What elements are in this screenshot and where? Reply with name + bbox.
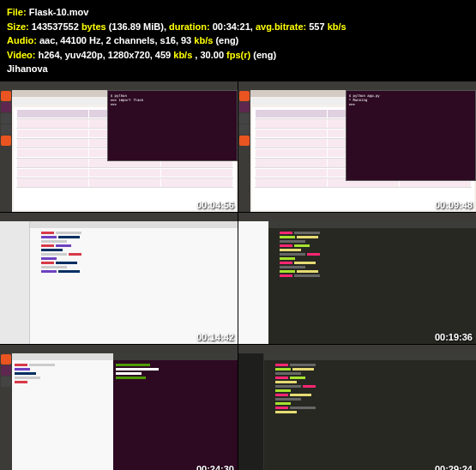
terminal-overlay: $ python app.py * Running>>> xyxy=(346,90,476,182)
thumbnail-grid: $ python>>> import flask>>> 00:04:56 xyxy=(0,81,476,471)
size-label: Size: xyxy=(7,21,29,32)
unity-launcher xyxy=(238,90,250,213)
editor-tabs xyxy=(30,221,238,228)
thumbnail-4: 00:19:36 xyxy=(238,213,476,344)
launcher-icon xyxy=(239,124,250,135)
bytes-text: bytes xyxy=(81,21,106,32)
launcher-icon xyxy=(1,124,11,135)
sublime-editor-dark xyxy=(264,353,476,470)
terminal-tabs xyxy=(113,353,238,360)
video-label: Video: xyxy=(7,50,35,60)
window-titlebar xyxy=(0,213,238,221)
size-bytes: 143537552 xyxy=(32,21,79,32)
video-unit: kb/s xyxy=(173,50,192,60)
terminal-right xyxy=(113,353,238,470)
audio-value: aac, 44100 Hz, 2 channels, s16, 93 xyxy=(39,35,191,45)
terminal-output xyxy=(113,360,238,470)
launcher-icon xyxy=(1,113,11,124)
timestamp-label: 00:29:24 xyxy=(435,464,473,471)
timestamp-label: 00:04:56 xyxy=(196,200,234,210)
launcher-icon xyxy=(239,102,250,112)
editor-tabs xyxy=(264,353,476,360)
audio-end: (eng) xyxy=(215,35,238,45)
video-fps: , 30.00 xyxy=(195,50,224,60)
editor-tabs xyxy=(268,221,476,228)
timestamp-label: 00:14:42 xyxy=(196,332,234,342)
editor-sidebar xyxy=(238,353,264,470)
file-value: Flask-10.mov xyxy=(29,7,89,17)
duration-value: 00:34:21, xyxy=(213,21,253,32)
thumbnail-5: 00:24:30 xyxy=(0,345,238,470)
video-value: h264, yuv420p, 1280x720, 459 xyxy=(38,50,171,60)
thumbnail-6: 00:29:24 xyxy=(238,345,476,470)
timestamp-label: 00:19:36 xyxy=(435,332,473,342)
launcher-icon xyxy=(1,354,11,365)
launcher-icon xyxy=(1,102,11,112)
window-titlebar xyxy=(238,213,476,221)
launcher-icon xyxy=(1,136,11,146)
launcher-icon xyxy=(239,91,250,101)
size-mib: (136.89 MiB), xyxy=(109,21,166,32)
terminal-output: $ python app.py * Running>>> xyxy=(346,91,475,110)
thumbnail-2: $ python app.py * Running>>> 00:09:48 xyxy=(238,81,476,213)
launcher-icon xyxy=(1,91,11,101)
audio-unit: kb/s xyxy=(194,35,213,45)
terminal-output: $ python>>> import flask>>> xyxy=(108,91,237,110)
thumbnail-3: 00:14:42 xyxy=(0,213,238,344)
unity-launcher xyxy=(0,353,12,470)
media-info-header: File: Flask-10.mov Size: 143537552 bytes… xyxy=(0,0,476,81)
file-label: File: xyxy=(7,7,27,17)
bitrate-unit: kb/s xyxy=(328,21,346,32)
duration-label: duration: xyxy=(169,21,210,32)
video-end: (eng) xyxy=(253,50,276,60)
editor-sidebar xyxy=(0,221,30,344)
thumbnail-1: $ python>>> import flask>>> 00:04:56 xyxy=(0,81,238,213)
window-titlebar xyxy=(0,81,238,90)
bitrate-value: 557 xyxy=(309,21,324,32)
terminal-overlay: $ python>>> import flask>>> xyxy=(107,90,238,162)
editor-sidebar-list xyxy=(238,221,268,344)
timestamp-label: 00:09:48 xyxy=(435,200,473,210)
code-area xyxy=(264,360,476,470)
launcher-icon xyxy=(1,377,11,387)
bitrate-label: avg.bitrate: xyxy=(256,21,306,32)
timestamp-label: 00:24:30 xyxy=(196,464,234,471)
code-area xyxy=(30,228,238,344)
launcher-icon xyxy=(239,113,250,124)
fps-label: fps(r) xyxy=(226,50,250,60)
sublime-editor xyxy=(0,221,238,344)
unity-launcher xyxy=(0,90,12,213)
launcher-icon xyxy=(239,136,250,146)
audio-label: Audio: xyxy=(7,35,37,45)
sublime-editor-left xyxy=(12,353,113,470)
window-titlebar xyxy=(238,81,476,90)
editor-tabs xyxy=(12,353,113,360)
sublime-editor-dark xyxy=(268,221,476,344)
author: Jihanova xyxy=(7,62,469,76)
code-area xyxy=(268,228,476,344)
code-area xyxy=(12,360,113,470)
window-titlebar xyxy=(0,345,238,353)
launcher-icon xyxy=(1,365,11,376)
window-titlebar xyxy=(238,345,476,353)
